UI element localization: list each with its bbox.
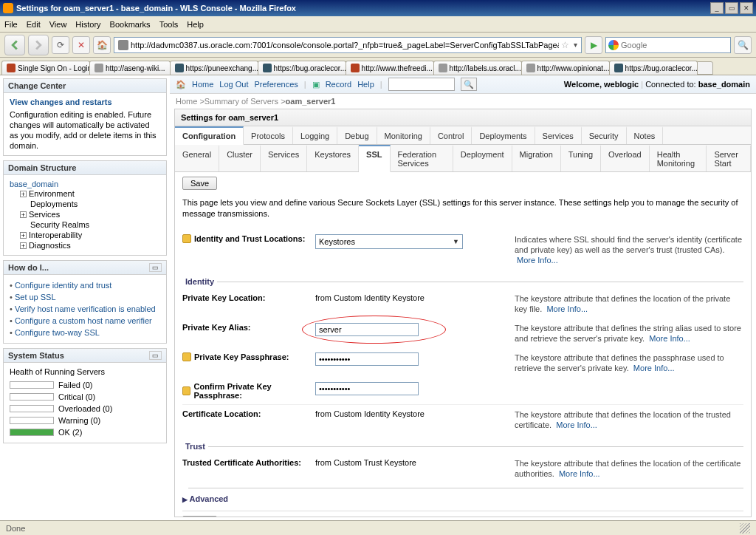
menu-bar: File Edit View History Bookmarks Tools H…: [0, 16, 756, 33]
more-info-link[interactable]: More Info...: [546, 304, 588, 313]
tab-logging[interactable]: Logging: [293, 126, 337, 144]
tree-node-security-realms[interactable]: Security Realms: [30, 220, 89, 229]
subtab-cluster[interactable]: Cluster: [219, 145, 261, 171]
more-info-link[interactable]: More Info...: [633, 364, 675, 372]
search-bar[interactable]: [605, 37, 731, 53]
browser-tab[interactable]: Single Sign On - Login: [1, 61, 90, 75]
page-description: This page lets you view and define vario…: [182, 197, 743, 219]
browser-tab[interactable]: https://bug.oraclecor...: [258, 61, 346, 75]
tab-protocols[interactable]: Protocols: [244, 126, 293, 144]
url-input[interactable]: [131, 41, 559, 50]
tree-root[interactable]: base_domain: [10, 180, 160, 188]
tree-node-environment[interactable]: Environment: [29, 189, 75, 198]
save-button[interactable]: Save: [182, 177, 217, 190]
private-key-passphrase-input[interactable]: [315, 352, 419, 366]
more-info-link[interactable]: More Info...: [559, 469, 600, 478]
bookmark-star-icon[interactable]: ☆: [561, 40, 569, 50]
subtab-federation[interactable]: Federation Services: [391, 145, 453, 171]
menu-bookmarks[interactable]: Bookmarks: [110, 20, 151, 29]
tab-deployments[interactable]: Deployments: [472, 126, 535, 144]
subtab-services[interactable]: Services: [261, 145, 307, 171]
tab-debug[interactable]: Debug: [337, 126, 377, 144]
tree-node-deployments[interactable]: Deployments: [30, 200, 78, 208]
subtab-serverstart[interactable]: Server Start: [707, 145, 751, 171]
stop-button[interactable]: ✕: [72, 36, 90, 54]
howdo-link[interactable]: Configure identity and trust: [15, 281, 111, 290]
forward-button[interactable]: [28, 35, 49, 55]
maximize-button[interactable]: ▭: [725, 2, 738, 14]
more-info-link[interactable]: More Info...: [649, 334, 690, 343]
console-search-button[interactable]: 🔍: [461, 78, 477, 91]
tree-node-diagnostics[interactable]: Diagnostics: [29, 241, 71, 250]
home-button[interactable]: 🏠: [93, 36, 111, 54]
browser-tab[interactable]: https://bug.oraclecor...: [609, 61, 698, 75]
collapse-icon[interactable]: ▭: [149, 351, 162, 360]
menu-history[interactable]: History: [75, 20, 100, 29]
tab-configuration[interactable]: Configuration: [175, 126, 244, 145]
url-dropdown-icon[interactable]: ▾: [571, 41, 580, 49]
resize-grip-icon[interactable]: [740, 523, 750, 534]
howdo-link[interactable]: Configure a custom host name verifier: [15, 316, 152, 325]
browser-tab[interactable]: http://www.thefreedi...: [346, 61, 434, 75]
subtab-migration[interactable]: Migration: [512, 145, 561, 171]
tab-security[interactable]: Security: [582, 126, 627, 144]
menu-tools[interactable]: Tools: [159, 20, 179, 29]
tab-control[interactable]: Control: [430, 126, 472, 144]
tree-toggle-icon[interactable]: +: [20, 211, 27, 218]
tab-favicon-icon: [526, 64, 535, 72]
menu-help[interactable]: Help: [187, 20, 204, 29]
howdo-link[interactable]: Verify host name verification is enabled: [15, 304, 156, 313]
tree-toggle-icon[interactable]: +: [20, 191, 27, 197]
breadcrumb-item[interactable]: Home: [176, 97, 197, 106]
tree-node-services[interactable]: Services: [29, 210, 60, 219]
howdo-link[interactable]: Configure two-way SSL: [15, 328, 100, 337]
tree-toggle-icon[interactable]: +: [20, 242, 27, 249]
console-search-input[interactable]: [388, 78, 455, 91]
menu-edit[interactable]: Edit: [27, 20, 41, 29]
subtab-keystores[interactable]: Keystores: [307, 145, 359, 171]
nav-help[interactable]: Help: [357, 80, 374, 89]
advanced-toggle[interactable]: Advanced: [182, 491, 743, 506]
menu-file[interactable]: File: [4, 20, 18, 29]
save-button-bottom[interactable]: Save: [182, 516, 217, 517]
private-key-alias-input[interactable]: [315, 323, 419, 336]
more-info-link[interactable]: More Info...: [517, 256, 558, 265]
subtab-deployment[interactable]: Deployment: [453, 145, 512, 171]
tab-monitoring[interactable]: Monitoring: [377, 126, 430, 144]
close-button[interactable]: ✕: [740, 2, 753, 14]
nav-logout[interactable]: Log Out: [219, 80, 248, 89]
confirm-passphrase-input[interactable]: [315, 382, 419, 395]
nav-home[interactable]: Home: [192, 80, 213, 89]
breadcrumb-item[interactable]: Summary of Servers: [205, 97, 278, 106]
tab-services[interactable]: Services: [535, 126, 582, 144]
tab-notes[interactable]: Notes: [627, 126, 664, 144]
browser-tab[interactable]: https://puneexchang...: [170, 61, 258, 75]
howdo-link[interactable]: Set up SSL: [15, 293, 56, 301]
nav-record[interactable]: Record: [326, 80, 351, 89]
subtab-health[interactable]: Health Monitoring: [650, 145, 707, 171]
reload-button[interactable]: ⟳: [52, 36, 69, 54]
tree-node-interoperability[interactable]: Interoperability: [29, 231, 82, 239]
nav-preferences[interactable]: Preferences: [254, 80, 298, 89]
browser-tab[interactable]: http://labels.us.oracl...: [433, 61, 522, 75]
view-changes-link[interactable]: View changes and restarts: [10, 98, 112, 106]
url-bar[interactable]: ☆ ▾: [114, 37, 582, 53]
tree-toggle-icon[interactable]: +: [20, 232, 27, 239]
search-go-button[interactable]: 🔍: [734, 36, 752, 54]
subtab-ssl[interactable]: SSL: [359, 145, 390, 172]
browser-tab[interactable]: http://www.opinionat...: [521, 61, 610, 75]
browser-tab[interactable]: http://aseng-wiki...: [89, 61, 171, 75]
search-input[interactable]: [621, 41, 730, 50]
subtab-overload[interactable]: Overload: [601, 145, 650, 171]
minimize-button[interactable]: _: [710, 2, 724, 14]
go-button[interactable]: ▶: [585, 36, 602, 54]
subtab-tuning[interactable]: Tuning: [561, 145, 601, 171]
subtab-general[interactable]: General: [175, 145, 219, 171]
new-tab-button[interactable]: [697, 61, 713, 75]
menu-view[interactable]: View: [49, 20, 67, 29]
field-label: Certificate Location:: [182, 409, 261, 418]
back-button[interactable]: [4, 35, 25, 55]
identity-trust-select[interactable]: Keystores▼: [315, 234, 463, 249]
more-info-link[interactable]: More Info...: [556, 420, 597, 429]
collapse-icon[interactable]: ▭: [149, 263, 162, 272]
